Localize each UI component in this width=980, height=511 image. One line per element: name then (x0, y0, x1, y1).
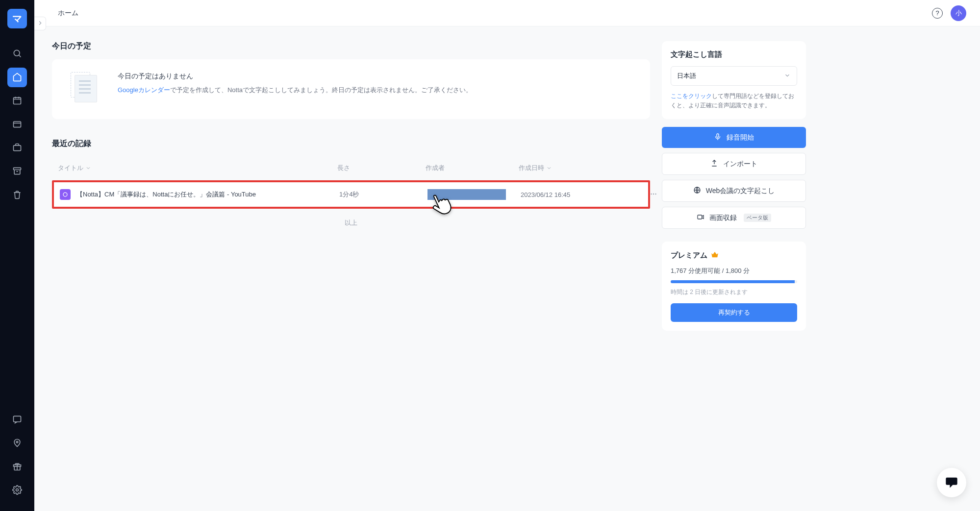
message-icon (12, 414, 22, 426)
gift-icon (12, 462, 22, 473)
record-author-cell (427, 189, 521, 200)
sidebar-calendar[interactable] (7, 91, 27, 111)
col-author-header: 作成者 (426, 164, 519, 172)
premium-title: プレミアム (671, 251, 707, 260)
sidebar-trash[interactable] (7, 185, 27, 205)
renew-note: 時間は 2 日後に更新されます (671, 288, 797, 296)
sidebar-collapse-toggle[interactable] (34, 17, 46, 30)
record-type-icon (60, 189, 71, 200)
usage-text: 1,767 分使用可能 / 1,800 分 (671, 267, 797, 275)
chevron-right-icon (37, 20, 44, 28)
calendar-icon (12, 96, 22, 107)
transcription-panel: 文字起こし言語 日本語 ここをクリックして専門用語などを登録しておくと、より正確… (662, 41, 806, 119)
sidebar-feedback[interactable] (7, 410, 27, 430)
transcription-panel-title: 文字起こし言語 (671, 50, 797, 59)
globe-icon (693, 186, 701, 195)
mic-icon (714, 133, 722, 142)
language-select[interactable]: 日本語 (671, 66, 797, 86)
sidebar-gift[interactable] (7, 457, 27, 477)
schedule-empty-title: 今日の予定はありません (118, 72, 472, 81)
search-icon (12, 49, 22, 60)
redacted-author (427, 189, 506, 200)
crown-icon (710, 250, 719, 261)
svg-rect-4 (14, 168, 21, 170)
archive-icon (12, 166, 22, 177)
sidebar-archive[interactable] (7, 162, 27, 181)
svg-point-10 (651, 193, 652, 194)
schedule-empty-text: 今日の予定はありません Googleカレンダーで予定を作成して、Nottaで文字… (118, 72, 472, 95)
schedule-card: 今日の予定はありません Googleカレンダーで予定を作成して、Nottaで文字… (52, 59, 650, 119)
start-recording-button[interactable]: 録音開始 (662, 127, 806, 148)
gear-icon (12, 485, 22, 496)
chevron-down-icon (85, 165, 91, 171)
topbar-right: ? 小 (932, 5, 966, 21)
page-title: ホーム (58, 9, 78, 18)
content-column: 今日の予定 今日の予定はありません Googleカレンダーで予定を作成して、No… (52, 41, 650, 237)
upload-icon (710, 159, 718, 169)
col-title-header[interactable]: タイトル (58, 164, 337, 172)
usage-progress-fill (671, 280, 795, 283)
svg-point-9 (63, 193, 67, 196)
sidebar-settings[interactable] (7, 481, 27, 500)
svg-point-12 (655, 193, 656, 194)
import-button[interactable]: インポート (662, 153, 806, 175)
beta-badge: ベータ版 (744, 214, 771, 222)
briefcase-icon (12, 143, 22, 154)
video-icon (697, 213, 704, 222)
record-title-text: 【Notta】CM「議事録は、Nottaにお任せ。」会議篇 - YouTube (76, 190, 256, 199)
svg-rect-2 (14, 122, 21, 127)
sidebar: マ (0, 0, 34, 511)
svg-point-6 (16, 441, 18, 442)
highlighted-row-box: 【Notta】CM「議事録は、Nottaにお任せ。」会議篇 - YouTube … (52, 180, 650, 209)
google-calendar-link[interactable]: Googleカレンダー (118, 86, 170, 94)
document-illustration-icon (66, 72, 105, 106)
vocab-hint-link[interactable]: ここをクリック (671, 93, 712, 99)
app-logo[interactable]: マ (7, 9, 27, 28)
folder-icon (12, 119, 22, 130)
record-length-cell: 1分4秒 (339, 190, 427, 199)
col-created-header[interactable]: 作成日時 (519, 164, 617, 172)
premium-panel: プレミアム 1,767 分使用可能 / 1,800 分 時間は 2 日後に更新さ… (662, 242, 806, 331)
renew-button[interactable]: 再契約する (671, 303, 797, 322)
svg-rect-1 (14, 97, 21, 104)
vocab-hint: ここをクリックして専門用語などを登録しておくと、より正確に音声認識できます。 (671, 92, 797, 110)
list-end-text: 以上 (52, 209, 650, 237)
avatar[interactable]: 小 (951, 5, 966, 21)
sidebar-home[interactable] (7, 68, 27, 87)
more-horizontal-icon (649, 190, 658, 200)
svg-rect-3 (14, 145, 21, 150)
pin-icon (12, 438, 22, 449)
record-title-cell: 【Notta】CM「議事録は、Nottaにお任せ。」会議篇 - YouTube (60, 189, 339, 200)
sidebar-bottom-group (0, 410, 34, 511)
svg-point-8 (16, 488, 19, 491)
trash-icon (12, 190, 22, 201)
svg-point-11 (653, 193, 654, 194)
chat-fab[interactable] (937, 468, 966, 497)
schedule-empty-desc-rest: で予定を作成して、Nottaで文字起こししてみましょう。終日の予定は表示されませ… (170, 86, 472, 94)
actions-group: 録音開始 インポート Web会議の文字起こし 画面収録 ベータ版 (662, 127, 806, 234)
help-button[interactable]: ? (932, 8, 943, 19)
sidebar-search[interactable] (7, 44, 27, 64)
svg-rect-5 (14, 416, 21, 422)
home-icon (12, 72, 22, 83)
sidebar-briefcase[interactable] (7, 138, 27, 158)
usage-progress (671, 280, 797, 283)
screen-record-button[interactable]: 画面収録 ベータ版 (662, 207, 806, 229)
sidebar-top-group (0, 44, 34, 205)
web-meeting-button[interactable]: Web会議の文字起こし (662, 180, 806, 202)
schedule-empty-desc: Googleカレンダーで予定を作成して、Nottaで文字起こししてみましょう。終… (118, 86, 472, 95)
chevron-down-icon (546, 165, 552, 171)
language-value: 日本語 (677, 72, 696, 80)
sidebar-folder[interactable] (7, 115, 27, 134)
col-length-header: 長さ (337, 164, 426, 172)
record-more-button[interactable] (619, 190, 658, 200)
side-column: 文字起こし言語 日本語 ここをクリックして専門用語などを登録しておくと、より正確… (662, 41, 806, 331)
chat-bubble-icon (945, 475, 958, 490)
premium-header: プレミアム (671, 250, 797, 261)
svg-rect-13 (717, 134, 719, 137)
chevron-down-icon (784, 72, 791, 80)
record-row[interactable]: 【Notta】CM「議事録は、Nottaにお任せ。」会議篇 - YouTube … (54, 182, 648, 207)
main: 今日の予定 今日の予定はありません Googleカレンダーで予定を作成して、No… (34, 26, 980, 345)
topbar: ホーム ? 小 (34, 0, 980, 26)
sidebar-location[interactable] (7, 434, 27, 453)
